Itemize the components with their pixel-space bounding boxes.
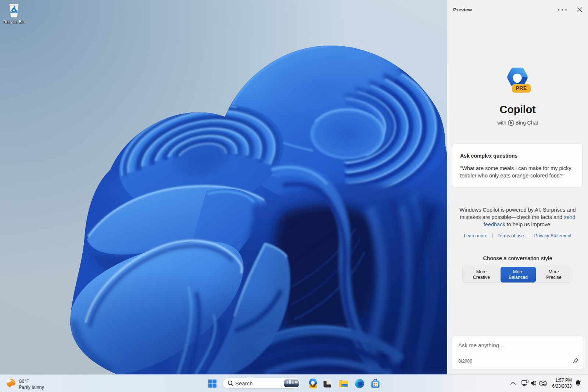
svg-text:b: b	[510, 121, 512, 125]
svg-text:z: z	[580, 380, 581, 382]
